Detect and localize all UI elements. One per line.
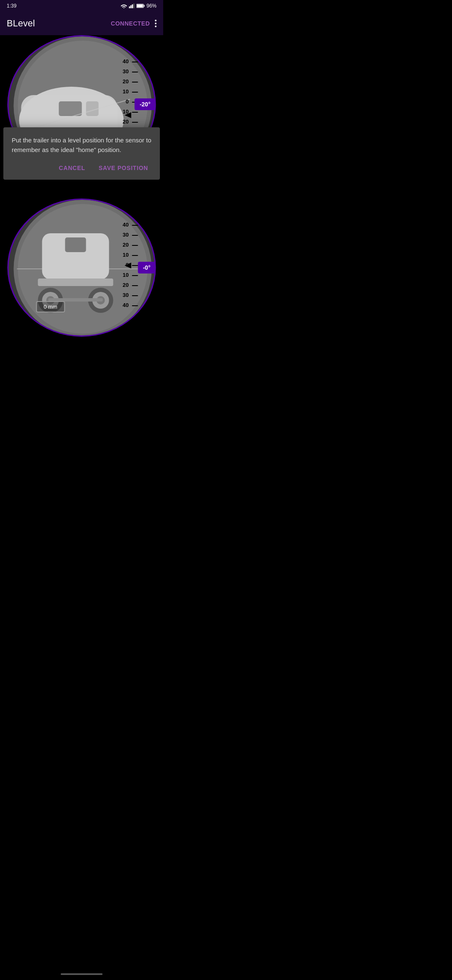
save-position-dialog: Put the trailer into a level position fo…: [3, 127, 160, 180]
svg-text:30: 30: [123, 292, 128, 298]
main-content: 40 30 20 10 0 10: [0, 35, 163, 353]
bottom-gauge: 40 30 20 10 0 10: [8, 199, 156, 337]
connected-status: CONNECTED: [111, 20, 150, 27]
svg-rect-12: [59, 101, 82, 116]
svg-text:30: 30: [123, 68, 128, 75]
svg-rect-1: [129, 6, 130, 8]
bottom-angle-badge: -0°: [138, 262, 155, 273]
svg-rect-13: [86, 101, 99, 116]
svg-text:20: 20: [123, 78, 128, 85]
app-bar: BLevel CONNECTED: [0, 12, 163, 35]
svg-rect-6: [137, 4, 143, 7]
cancel-button[interactable]: CANCEL: [56, 163, 89, 173]
svg-text:40: 40: [123, 58, 128, 64]
save-position-button[interactable]: SAVE POSITION: [95, 163, 152, 173]
svg-point-0: [123, 8, 125, 8]
menu-dot-2: [155, 23, 157, 24]
svg-rect-42: [38, 279, 113, 286]
svg-text:20: 20: [123, 119, 128, 125]
battery-icon: [136, 3, 145, 8]
top-angle-badge: -20°: [135, 98, 156, 110]
svg-text:20: 20: [123, 282, 128, 288]
menu-dot-1: [155, 20, 157, 21]
status-bar: 1:39 96%: [0, 0, 163, 12]
svg-text:40: 40: [123, 302, 128, 308]
svg-rect-2: [130, 5, 131, 8]
svg-text:10: 10: [123, 272, 128, 278]
mm-reading: 0 mm: [36, 301, 65, 312]
app-bar-right: CONNECTED: [111, 20, 157, 27]
battery-pct: 96%: [146, 3, 157, 9]
time-display: 1:39: [7, 3, 16, 9]
dialog-buttons: CANCEL SAVE POSITION: [12, 163, 152, 173]
status-right: 96%: [121, 3, 157, 9]
bottom-gauge-bg: 40 30 20 10 0 10: [9, 200, 156, 337]
svg-rect-3: [132, 5, 133, 8]
more-options-button[interactable]: [155, 20, 157, 27]
svg-text:10: 10: [123, 88, 128, 95]
svg-rect-41: [65, 237, 86, 252]
svg-text:20: 20: [123, 242, 128, 248]
svg-text:40: 40: [123, 222, 128, 228]
svg-text:0: 0: [126, 98, 128, 105]
svg-rect-7: [144, 5, 144, 7]
app-title: BLevel: [7, 18, 35, 29]
status-left: 1:39: [7, 3, 16, 9]
dialog-message: Put the trailer into a level position fo…: [12, 136, 152, 155]
svg-text:10: 10: [123, 252, 128, 258]
svg-rect-4: [133, 3, 134, 8]
wifi-icon: [121, 3, 127, 8]
menu-dot-3: [155, 26, 157, 27]
signal-icon: [129, 3, 135, 8]
svg-text:30: 30: [123, 232, 128, 238]
